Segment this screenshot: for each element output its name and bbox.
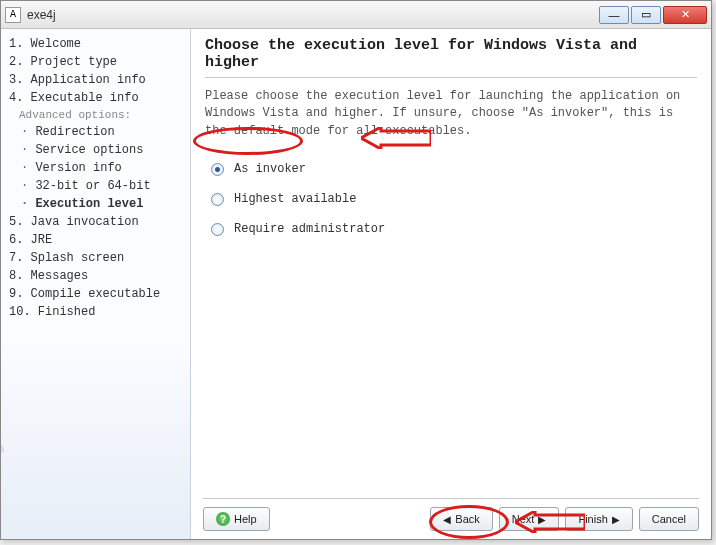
step-finished[interactable]: 10. Finished (7, 303, 186, 321)
window-title: exe4j (27, 8, 599, 22)
radio-icon[interactable] (211, 223, 224, 236)
finish-button[interactable]: Finish ▶ (565, 507, 632, 531)
step-project-type[interactable]: 2. Project type (7, 53, 186, 71)
radio-label: As invoker (234, 162, 306, 176)
step-executable-info[interactable]: 4. Executable info (7, 89, 186, 107)
cancel-button[interactable]: Cancel (639, 507, 699, 531)
radio-icon[interactable] (211, 193, 224, 206)
minimize-button[interactable]: — (599, 6, 629, 24)
next-button[interactable]: Next ▶ (499, 507, 560, 531)
substep-32-64-bit[interactable]: 32-bit or 64-bit (7, 177, 186, 195)
brand-watermark: exe4j (1, 439, 5, 529)
cancel-label: Cancel (652, 513, 686, 525)
substep-redirection[interactable]: Redirection (7, 123, 186, 141)
back-label: Back (455, 513, 479, 525)
window-body: 1. Welcome 2. Project type 3. Applicatio… (1, 29, 711, 539)
page-description: Please choose the execution level for la… (205, 88, 697, 140)
step-jre[interactable]: 6. JRE (7, 231, 186, 249)
wizard-main: Choose the execution level for Windows V… (191, 29, 711, 539)
arrow-left-icon: ◀ (443, 514, 451, 525)
app-icon: A (5, 7, 21, 23)
radio-label: Highest available (234, 192, 356, 206)
substep-version-info[interactable]: Version info (7, 159, 186, 177)
help-label: Help (234, 513, 257, 525)
finish-label: Finish (578, 513, 607, 525)
substep-service-options[interactable]: Service options (7, 141, 186, 159)
step-application-info[interactable]: 3. Application info (7, 71, 186, 89)
arrow-right-icon: ▶ (538, 514, 546, 525)
step-compile-executable[interactable]: 9. Compile executable (7, 285, 186, 303)
window-controls: — ▭ ✕ (599, 6, 707, 24)
wizard-footer: ? Help ◀ Back Next ▶ Finish ▶ Cancel (203, 498, 699, 531)
step-messages[interactable]: 8. Messages (7, 267, 186, 285)
radio-label: Require administrator (234, 222, 385, 236)
page-title: Choose the execution level for Windows V… (205, 37, 697, 78)
back-button[interactable]: ◀ Back (430, 507, 492, 531)
substep-execution-level[interactable]: Execution level (7, 195, 186, 213)
radio-icon[interactable] (211, 163, 224, 176)
wizard-sidebar: 1. Welcome 2. Project type 3. Applicatio… (1, 29, 191, 539)
step-welcome[interactable]: 1. Welcome (7, 35, 186, 53)
next-label: Next (512, 513, 535, 525)
close-button[interactable]: ✕ (663, 6, 707, 24)
app-window: A exe4j — ▭ ✕ 1. Welcome 2. Project type… (0, 0, 712, 540)
option-highest-available[interactable]: Highest available (205, 188, 697, 218)
maximize-button[interactable]: ▭ (631, 6, 661, 24)
help-button[interactable]: ? Help (203, 507, 270, 531)
step-splash-screen[interactable]: 7. Splash screen (7, 249, 186, 267)
advanced-options-label: Advanced options: (7, 107, 186, 123)
step-java-invocation[interactable]: 5. Java invocation (7, 213, 186, 231)
arrow-right-icon: ▶ (612, 514, 620, 525)
option-as-invoker[interactable]: As invoker (205, 158, 697, 188)
help-icon: ? (216, 512, 230, 526)
option-require-administrator[interactable]: Require administrator (205, 218, 697, 248)
titlebar[interactable]: A exe4j — ▭ ✕ (1, 1, 711, 29)
